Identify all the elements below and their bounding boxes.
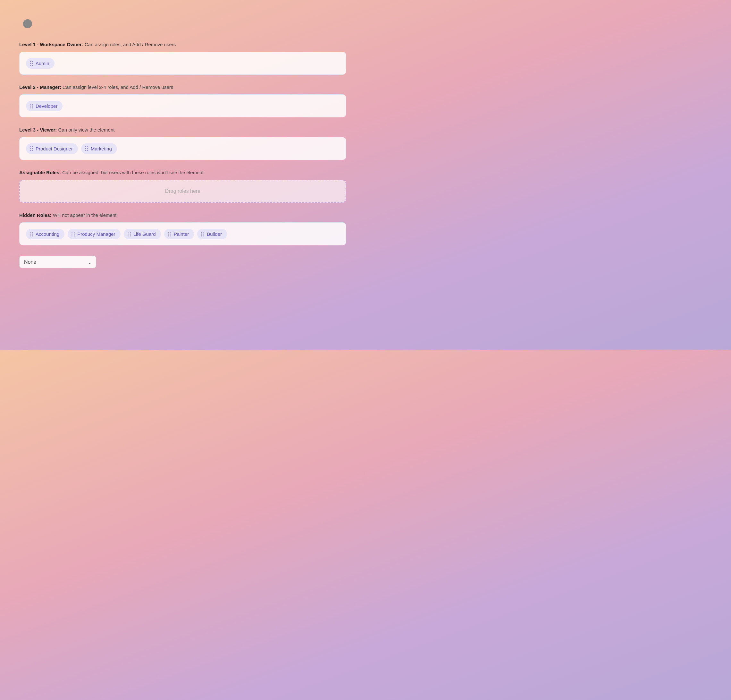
default-role-select-wrapper: NoneAdminDeveloperProduct DesignerMarket… bbox=[19, 256, 96, 268]
drag-handle-life-guard[interactable] bbox=[128, 232, 131, 237]
chip-label-admin: Admin bbox=[35, 60, 49, 66]
role-chip-producy-manager[interactable]: Producy Manager bbox=[68, 229, 120, 239]
roles-box-level3: Product DesignerMarketing bbox=[19, 137, 346, 160]
help-icon[interactable] bbox=[23, 19, 32, 28]
sections-container: Level 1 - Workspace Owner: Can assign ro… bbox=[19, 41, 346, 246]
role-chip-life-guard[interactable]: Life Guard bbox=[124, 229, 161, 239]
chip-label-producy-manager: Producy Manager bbox=[77, 231, 115, 237]
drag-handle-painter[interactable] bbox=[168, 232, 171, 237]
section-label-assignable: Assignable Roles: Can be assigned, but u… bbox=[19, 169, 346, 176]
section-level3: Level 3 - Viewer: Can only view the elem… bbox=[19, 126, 346, 160]
role-chip-developer[interactable]: Developer bbox=[26, 101, 63, 111]
roles-box-hidden: AccountingProducy ManagerLife GuardPaint… bbox=[19, 222, 346, 246]
section-label-level3: Level 3 - Viewer: Can only view the elem… bbox=[19, 126, 346, 133]
role-chip-painter[interactable]: Painter bbox=[164, 229, 194, 239]
default-role-select[interactable]: NoneAdminDeveloperProduct DesignerMarket… bbox=[19, 256, 96, 268]
section-label-strong-level2: Level 2 - Manager: bbox=[19, 84, 61, 90]
chip-label-marketing: Marketing bbox=[91, 146, 112, 151]
section-label-level2: Level 2 - Manager: Can assign level 2-4 … bbox=[19, 84, 346, 90]
section-label-hidden: Hidden Roles: Will not appear in the ele… bbox=[19, 212, 346, 218]
page-header bbox=[19, 19, 346, 28]
section-label-strong-level1: Level 1 - Workspace Owner: bbox=[19, 42, 84, 47]
section-hidden: Hidden Roles: Will not appear in the ele… bbox=[19, 212, 346, 246]
drag-handle-product-designer[interactable] bbox=[30, 146, 33, 151]
drag-handle-admin[interactable] bbox=[30, 61, 33, 66]
drag-placeholder-assignable: Drag roles here bbox=[165, 188, 200, 194]
chip-label-developer: Developer bbox=[35, 103, 57, 109]
chip-label-product-designer: Product Designer bbox=[35, 146, 73, 151]
role-chip-product-designer[interactable]: Product Designer bbox=[26, 143, 78, 154]
section-assignable: Assignable Roles: Can be assigned, but u… bbox=[19, 169, 346, 203]
drag-handle-builder[interactable] bbox=[201, 232, 204, 237]
roles-box-level1: Admin bbox=[19, 51, 346, 75]
drag-handle-accounting[interactable] bbox=[30, 232, 33, 237]
chip-label-accounting: Accounting bbox=[35, 231, 59, 237]
chip-label-painter: Painter bbox=[174, 231, 189, 237]
role-chip-builder[interactable]: Builder bbox=[197, 229, 227, 239]
drag-handle-developer[interactable] bbox=[30, 104, 33, 109]
section-level1: Level 1 - Workspace Owner: Can assign ro… bbox=[19, 41, 346, 75]
roles-box-level2: Developer bbox=[19, 94, 346, 118]
role-chip-admin[interactable]: Admin bbox=[26, 58, 54, 69]
drag-handle-marketing[interactable] bbox=[85, 146, 88, 151]
chip-label-life-guard: Life Guard bbox=[134, 231, 156, 237]
roles-box-assignable[interactable]: Drag roles here bbox=[19, 179, 346, 203]
chip-label-builder: Builder bbox=[207, 231, 222, 237]
role-chip-marketing[interactable]: Marketing bbox=[81, 143, 117, 154]
drag-handle-producy-manager[interactable] bbox=[72, 232, 75, 237]
section-level2: Level 2 - Manager: Can assign level 2-4 … bbox=[19, 84, 346, 118]
page-container: Level 1 - Workspace Owner: Can assign ro… bbox=[19, 19, 346, 268]
section-label-level1: Level 1 - Workspace Owner: Can assign ro… bbox=[19, 41, 346, 48]
default-role-section: NoneAdminDeveloperProduct DesignerMarket… bbox=[19, 256, 346, 268]
section-label-strong-hidden: Hidden Roles: bbox=[19, 212, 51, 218]
section-label-strong-assignable: Assignable Roles: bbox=[19, 170, 61, 175]
role-chip-accounting[interactable]: Accounting bbox=[26, 229, 65, 239]
section-label-strong-level3: Level 3 - Viewer: bbox=[19, 127, 57, 132]
